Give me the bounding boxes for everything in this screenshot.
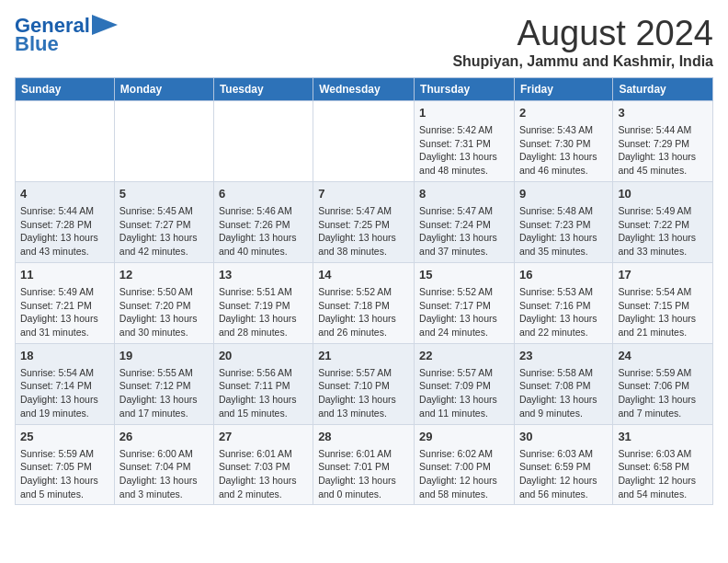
- calendar-week-row: 4Sunrise: 5:44 AM Sunset: 7:28 PM Daylig…: [16, 181, 713, 262]
- calendar-cell: 2Sunrise: 5:43 AM Sunset: 7:30 PM Daylig…: [514, 100, 612, 181]
- logo-blue-text: Blue: [15, 33, 59, 55]
- calendar-cell: 25Sunrise: 5:59 AM Sunset: 7:05 PM Dayli…: [16, 424, 115, 505]
- day-info: Sunrise: 5:57 AM Sunset: 7:09 PM Dayligh…: [419, 366, 509, 420]
- day-number: 23: [519, 348, 608, 364]
- day-number: 6: [219, 186, 308, 202]
- day-number: 19: [119, 348, 209, 364]
- col-header-sunday: Sunday: [16, 77, 115, 100]
- day-number: 2: [519, 105, 608, 121]
- day-number: 30: [519, 429, 608, 445]
- day-info: Sunrise: 6:03 AM Sunset: 6:59 PM Dayligh…: [519, 447, 608, 501]
- calendar-cell: 27Sunrise: 6:01 AM Sunset: 7:03 PM Dayli…: [213, 424, 313, 505]
- svg-marker-0: [92, 15, 118, 35]
- calendar-cell: 16Sunrise: 5:53 AM Sunset: 7:16 PM Dayli…: [514, 262, 612, 343]
- day-number: 7: [318, 186, 409, 202]
- day-info: Sunrise: 6:03 AM Sunset: 6:58 PM Dayligh…: [618, 447, 708, 501]
- day-info: Sunrise: 5:52 AM Sunset: 7:17 PM Dayligh…: [419, 285, 509, 339]
- day-info: Sunrise: 5:58 AM Sunset: 7:08 PM Dayligh…: [519, 366, 608, 420]
- calendar-cell: 17Sunrise: 5:54 AM Sunset: 7:15 PM Dayli…: [613, 262, 713, 343]
- day-number: 29: [419, 429, 509, 445]
- day-number: 18: [20, 348, 109, 364]
- calendar-cell: 19Sunrise: 5:55 AM Sunset: 7:12 PM Dayli…: [114, 343, 213, 424]
- day-info: Sunrise: 5:57 AM Sunset: 7:10 PM Dayligh…: [318, 366, 409, 420]
- calendar-cell: 4Sunrise: 5:44 AM Sunset: 7:28 PM Daylig…: [16, 181, 115, 262]
- col-header-thursday: Thursday: [415, 77, 515, 100]
- calendar-cell: 10Sunrise: 5:49 AM Sunset: 7:22 PM Dayli…: [613, 181, 713, 262]
- day-info: Sunrise: 5:49 AM Sunset: 7:22 PM Dayligh…: [618, 204, 708, 259]
- day-info: Sunrise: 5:44 AM Sunset: 7:29 PM Dayligh…: [618, 123, 708, 178]
- day-info: Sunrise: 5:46 AM Sunset: 7:26 PM Dayligh…: [219, 204, 308, 259]
- day-number: 16: [519, 267, 608, 283]
- col-header-monday: Monday: [114, 77, 213, 100]
- calendar-cell: 3Sunrise: 5:44 AM Sunset: 7:29 PM Daylig…: [613, 100, 713, 181]
- title-block: August 2024 Shupiyan, Jammu and Kashmir,…: [452, 15, 713, 70]
- calendar-cell: 26Sunrise: 6:00 AM Sunset: 7:04 PM Dayli…: [114, 424, 213, 505]
- day-number: 27: [219, 429, 308, 445]
- calendar-cell: 24Sunrise: 5:59 AM Sunset: 7:06 PM Dayli…: [613, 343, 713, 424]
- calendar-cell: 5Sunrise: 5:45 AM Sunset: 7:27 PM Daylig…: [114, 181, 213, 262]
- calendar-cell: 12Sunrise: 5:50 AM Sunset: 7:20 PM Dayli…: [114, 262, 213, 343]
- calendar-cell: [16, 100, 115, 181]
- day-info: Sunrise: 5:52 AM Sunset: 7:18 PM Dayligh…: [318, 285, 409, 339]
- calendar-cell: 30Sunrise: 6:03 AM Sunset: 6:59 PM Dayli…: [514, 424, 612, 505]
- calendar-cell: [213, 100, 313, 181]
- col-header-saturday: Saturday: [613, 77, 713, 100]
- day-info: Sunrise: 5:53 AM Sunset: 7:16 PM Dayligh…: [519, 285, 608, 339]
- calendar-cell: 22Sunrise: 5:57 AM Sunset: 7:09 PM Dayli…: [415, 343, 515, 424]
- day-info: Sunrise: 5:45 AM Sunset: 7:27 PM Dayligh…: [119, 204, 209, 259]
- day-number: 1: [419, 105, 509, 121]
- day-number: 21: [318, 348, 409, 364]
- day-number: 25: [20, 429, 109, 445]
- calendar-cell: 20Sunrise: 5:56 AM Sunset: 7:11 PM Dayli…: [213, 343, 313, 424]
- calendar-week-row: 25Sunrise: 5:59 AM Sunset: 7:05 PM Dayli…: [16, 424, 713, 505]
- day-number: 28: [318, 429, 409, 445]
- day-info: Sunrise: 5:56 AM Sunset: 7:11 PM Dayligh…: [219, 366, 308, 420]
- day-number: 14: [318, 267, 409, 283]
- calendar-cell: 14Sunrise: 5:52 AM Sunset: 7:18 PM Dayli…: [313, 262, 415, 343]
- day-number: 8: [419, 186, 509, 202]
- col-header-wednesday: Wednesday: [313, 77, 415, 100]
- day-number: 4: [20, 186, 109, 202]
- day-number: 31: [618, 429, 708, 445]
- calendar-cell: 6Sunrise: 5:46 AM Sunset: 7:26 PM Daylig…: [213, 181, 313, 262]
- day-info: Sunrise: 5:59 AM Sunset: 7:06 PM Dayligh…: [618, 366, 708, 420]
- day-number: 22: [419, 348, 509, 364]
- month-year-title: August 2024: [452, 15, 713, 53]
- day-info: Sunrise: 5:43 AM Sunset: 7:30 PM Dayligh…: [519, 123, 608, 178]
- calendar-cell: 8Sunrise: 5:47 AM Sunset: 7:24 PM Daylig…: [415, 181, 515, 262]
- day-info: Sunrise: 5:54 AM Sunset: 7:14 PM Dayligh…: [20, 366, 109, 420]
- day-number: 24: [618, 348, 708, 364]
- day-info: Sunrise: 6:00 AM Sunset: 7:04 PM Dayligh…: [119, 447, 209, 501]
- day-number: 3: [618, 105, 708, 121]
- day-info: Sunrise: 5:47 AM Sunset: 7:25 PM Dayligh…: [318, 204, 409, 259]
- calendar-week-row: 11Sunrise: 5:49 AM Sunset: 7:21 PM Dayli…: [16, 262, 713, 343]
- calendar-header-row: SundayMondayTuesdayWednesdayThursdayFrid…: [16, 77, 713, 100]
- day-number: 15: [419, 267, 509, 283]
- day-info: Sunrise: 6:01 AM Sunset: 7:03 PM Dayligh…: [219, 447, 308, 501]
- calendar-cell: 31Sunrise: 6:03 AM Sunset: 6:58 PM Dayli…: [613, 424, 713, 505]
- calendar-cell: 13Sunrise: 5:51 AM Sunset: 7:19 PM Dayli…: [213, 262, 313, 343]
- calendar-cell: 7Sunrise: 5:47 AM Sunset: 7:25 PM Daylig…: [313, 181, 415, 262]
- day-number: 12: [119, 267, 209, 283]
- calendar-cell: 1Sunrise: 5:42 AM Sunset: 7:31 PM Daylig…: [415, 100, 515, 181]
- calendar-cell: 29Sunrise: 6:02 AM Sunset: 7:00 PM Dayli…: [415, 424, 515, 505]
- location-subtitle: Shupiyan, Jammu and Kashmir, India: [452, 53, 713, 70]
- page-header: General Blue August 2024 Shupiyan, Jammu…: [15, 15, 713, 70]
- calendar-cell: [114, 100, 213, 181]
- day-number: 5: [119, 186, 209, 202]
- day-info: Sunrise: 5:42 AM Sunset: 7:31 PM Dayligh…: [419, 123, 509, 178]
- calendar-cell: 23Sunrise: 5:58 AM Sunset: 7:08 PM Dayli…: [514, 343, 612, 424]
- day-info: Sunrise: 5:55 AM Sunset: 7:12 PM Dayligh…: [119, 366, 209, 420]
- col-header-friday: Friday: [514, 77, 612, 100]
- day-number: 20: [219, 348, 308, 364]
- calendar-week-row: 18Sunrise: 5:54 AM Sunset: 7:14 PM Dayli…: [16, 343, 713, 424]
- calendar-week-row: 1Sunrise: 5:42 AM Sunset: 7:31 PM Daylig…: [16, 100, 713, 181]
- day-number: 10: [618, 186, 708, 202]
- calendar-cell: 28Sunrise: 6:01 AM Sunset: 7:01 PM Dayli…: [313, 424, 415, 505]
- day-info: Sunrise: 5:49 AM Sunset: 7:21 PM Dayligh…: [20, 285, 109, 339]
- day-info: Sunrise: 5:44 AM Sunset: 7:28 PM Dayligh…: [20, 204, 109, 259]
- day-info: Sunrise: 5:54 AM Sunset: 7:15 PM Dayligh…: [618, 285, 708, 339]
- logo-arrow-icon: [92, 15, 118, 35]
- day-info: Sunrise: 5:51 AM Sunset: 7:19 PM Dayligh…: [219, 285, 308, 339]
- calendar-cell: 11Sunrise: 5:49 AM Sunset: 7:21 PM Dayli…: [16, 262, 115, 343]
